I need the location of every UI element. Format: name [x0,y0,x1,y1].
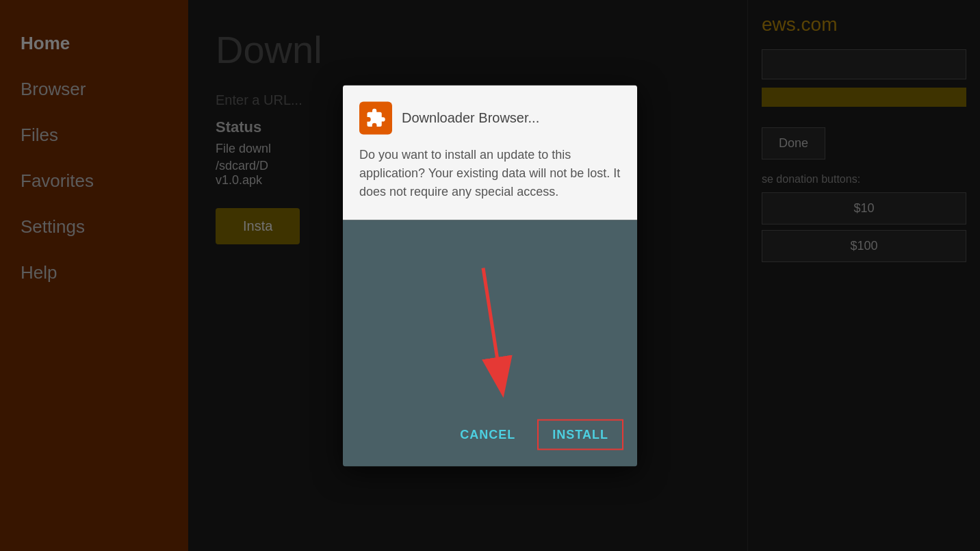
red-arrow-indicator [463,261,517,398]
dialog-actions: CANCEL INSTALL [357,419,623,450]
dialog-body-text: Do you want to install an update to this… [359,145,621,201]
dialog-header: Downloader Browser... [359,101,621,134]
cancel-button[interactable]: CANCEL [449,420,526,448]
puzzle-icon [365,107,386,128]
install-button[interactable]: INSTALL [537,419,623,450]
arrow-container [357,233,623,419]
app-layout: Home Browser Files Favorites Settings He… [0,0,980,551]
svg-line-1 [483,268,500,377]
dialog-top: Downloader Browser... Do you want to ins… [343,85,637,220]
dialog-bottom: CANCEL INSTALL [343,220,637,466]
downloader-icon [359,101,392,134]
install-dialog: Downloader Browser... Do you want to ins… [343,85,637,466]
dialog-app-name: Downloader Browser... [402,110,539,126]
